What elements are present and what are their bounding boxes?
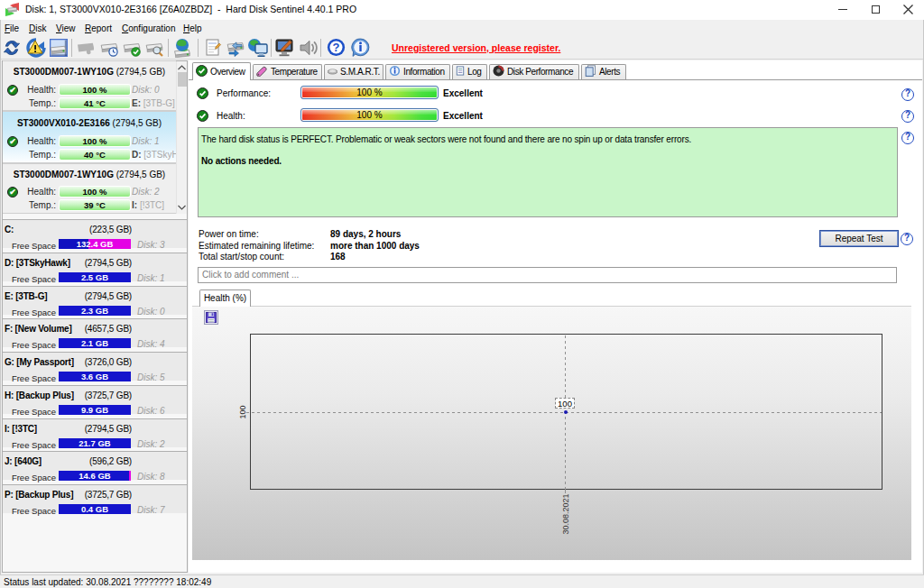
svg-text:?: ? <box>333 41 340 54</box>
